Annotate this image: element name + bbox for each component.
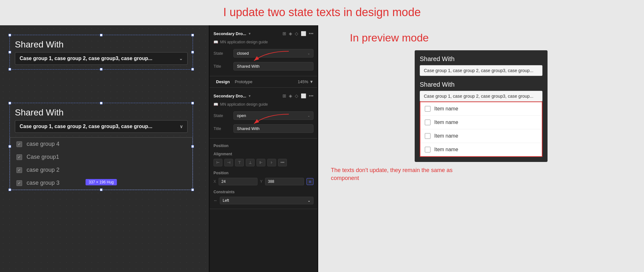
open-dropdown-bar[interactable]: Case group 1, case group 2, case group3,…	[15, 120, 188, 133]
open-resize-handle-br[interactable]	[191, 189, 194, 191]
state-label-2: State	[214, 113, 231, 118]
preview-checkbox-4[interactable]	[425, 147, 430, 152]
checkbox-4[interactable]: ✓	[16, 180, 22, 186]
closed-component-title: Shared With	[10, 35, 193, 52]
closed-dropdown-bar[interactable]: Case group 1, case group 2, case group3,…	[15, 52, 188, 65]
y-input[interactable]: 388	[265, 178, 304, 185]
more-icon-1[interactable]: •••	[309, 31, 313, 36]
constraints-dropdown[interactable]: Left ⌄	[220, 197, 313, 204]
page-title: I update two state texts in design mode	[0, 6, 644, 19]
component-name-1: Secondary Dro... ▼	[214, 31, 251, 36]
x-label: X	[214, 179, 217, 184]
alignment-row: ⊢ ⊣ ⊤ ⊥ ⊩ ⊦ •••	[210, 158, 317, 168]
resize-handle-bl[interactable]	[9, 68, 11, 71]
frame-icon-1[interactable]: ⬜	[301, 31, 306, 36]
lock-icon[interactable]: ⊞	[307, 178, 313, 185]
open-resize-handle-tm[interactable]	[100, 102, 102, 104]
grid-icon-2[interactable]: ⊞	[282, 93, 286, 98]
list-item-2[interactable]: ✓ Case group1	[10, 151, 192, 164]
dropdown-arrow-1: ▼	[248, 32, 251, 35]
preview-open-dropdown[interactable]: Case group 1, case group 2, case group3,…	[420, 91, 542, 102]
title-label-1: Title	[214, 64, 231, 69]
x-input[interactable]: 24	[219, 178, 257, 185]
component-name-2: Secondary Dro... ▼	[214, 94, 251, 98]
preview-note: The texts don't update, they remain the …	[331, 166, 464, 182]
prop-icons-1: ⊞ ◈ ◇ ⬜ •••	[282, 31, 313, 36]
resize-handle-ml[interactable]	[9, 51, 11, 53]
tab-design[interactable]: Design	[214, 78, 232, 85]
preview-list-item-1[interactable]: Item name	[420, 102, 542, 116]
list-item-1[interactable]: ✓ case group 4	[10, 138, 192, 151]
title-value-1[interactable]: Shared With	[233, 62, 313, 71]
title-value-2[interactable]: Shared With	[233, 124, 313, 133]
x-field: X 24	[214, 178, 257, 185]
align-middle-btn[interactable]: ⊩	[257, 159, 265, 166]
preview-checkbox-2[interactable]	[425, 120, 430, 125]
book-icon-2: 📖	[214, 102, 218, 107]
preview-list-item-3[interactable]: Item name	[420, 129, 542, 143]
book-icon-1: 📖	[214, 40, 218, 44]
preview-item-label-2: Item name	[434, 120, 458, 125]
guide-row-2: 📖 MN application design guide	[210, 101, 317, 108]
tab-row: Design Prototype 145% ▼	[210, 76, 317, 88]
diamond-icon-1[interactable]: ◇	[295, 31, 298, 36]
preview-panel: In preview mode Shared With Case group 1…	[318, 25, 644, 272]
component-closed[interactable]: Shared With Case group 1, case group 2, …	[9, 35, 193, 70]
align-left-btn[interactable]: ⊢	[214, 159, 222, 166]
open-resize-handle-mr[interactable]	[191, 145, 194, 148]
preview-checkbox-3[interactable]	[425, 133, 430, 139]
open-resize-handle-bm[interactable]	[100, 189, 102, 191]
more-icon-2[interactable]: •••	[309, 93, 313, 98]
open-resize-handle-bl[interactable]	[9, 189, 11, 191]
align-center-btn[interactable]: ⊣	[224, 159, 233, 166]
preview-list-item-2[interactable]: Item name	[420, 116, 542, 129]
preview-list-item-4[interactable]: Item name	[420, 143, 542, 156]
resize-handle-tl[interactable]	[9, 34, 11, 36]
checkbox-3[interactable]: ✓	[16, 167, 22, 173]
state-label-1: State	[214, 51, 231, 56]
preview-list: Item name Item name Item name Item name	[420, 102, 542, 157]
component-icon-1[interactable]: ◈	[289, 31, 292, 36]
zoom-caret: ▼	[309, 79, 313, 84]
preview-item-label-3: Item name	[434, 133, 458, 139]
frame-icon-2[interactable]: ⬜	[301, 93, 306, 98]
align-more-btn[interactable]: •••	[278, 159, 287, 166]
diamond-icon-2[interactable]: ◇	[295, 93, 298, 98]
state-text-2: open	[237, 113, 246, 118]
resize-handle-br[interactable]	[191, 68, 194, 71]
grid-icon-1[interactable]: ⊞	[282, 31, 286, 36]
preview-closed-dropdown[interactable]: Case group 1, case group 2, case group3,…	[420, 65, 542, 76]
constraint-arrow-icon: ↔	[214, 198, 217, 203]
component-label-2: Secondary Dro...	[214, 94, 246, 98]
align-top-btn[interactable]: ⊥	[246, 159, 255, 166]
tab-prototype[interactable]: Prototype	[232, 78, 255, 85]
component-icon-2[interactable]: ◈	[289, 93, 292, 98]
state-caret-2: ⌄	[307, 114, 310, 117]
open-resize-handle-ml[interactable]	[9, 145, 11, 148]
open-dropdown-text: Case group 1, case group 2, case group3,…	[20, 124, 152, 129]
position-section: Position Alignment ⊢ ⊣ ⊤ ⊥ ⊩ ⊦ ••• Posit…	[210, 139, 317, 209]
properties-panel: Secondary Dro... ▼ ⊞ ◈ ◇ ⬜ ••• 📖 MN appl…	[210, 25, 317, 272]
checkbox-1[interactable]: ✓	[16, 141, 22, 147]
resize-handle-mr[interactable]	[191, 51, 194, 53]
preview-checkbox-1[interactable]	[425, 106, 430, 112]
open-resize-handle-tl[interactable]	[9, 102, 11, 104]
guide-text-1: MN application design guide	[220, 40, 268, 44]
checkbox-2[interactable]: ✓	[16, 154, 22, 160]
component-open[interactable]: Shared With Case group 1, case group 2, …	[9, 103, 193, 190]
align-right-btn[interactable]: ⊤	[235, 159, 244, 166]
constraints-caret: ⌄	[307, 198, 311, 203]
guide-row-1: 📖 MN application design guide	[210, 39, 317, 46]
open-chevron-icon: ∨	[180, 124, 183, 129]
resize-handle-tm[interactable]	[100, 34, 102, 36]
component-label-1: Secondary Dro...	[214, 31, 246, 36]
state-caret-1: ⌄	[307, 52, 310, 55]
open-resize-handle-tr[interactable]	[191, 102, 194, 104]
resize-handle-tr[interactable]	[191, 34, 194, 36]
align-bottom-btn[interactable]: ⊦	[267, 159, 276, 166]
y-label: Y	[260, 179, 264, 184]
list-item-3[interactable]: ✓ case group 2	[10, 164, 192, 176]
prop-section-closed: Secondary Dro... ▼ ⊞ ◈ ◇ ⬜ ••• 📖 MN appl…	[210, 25, 317, 76]
constraints-row: ↔ Left ⌄	[210, 195, 317, 206]
resize-handle-bm[interactable]	[100, 68, 102, 71]
